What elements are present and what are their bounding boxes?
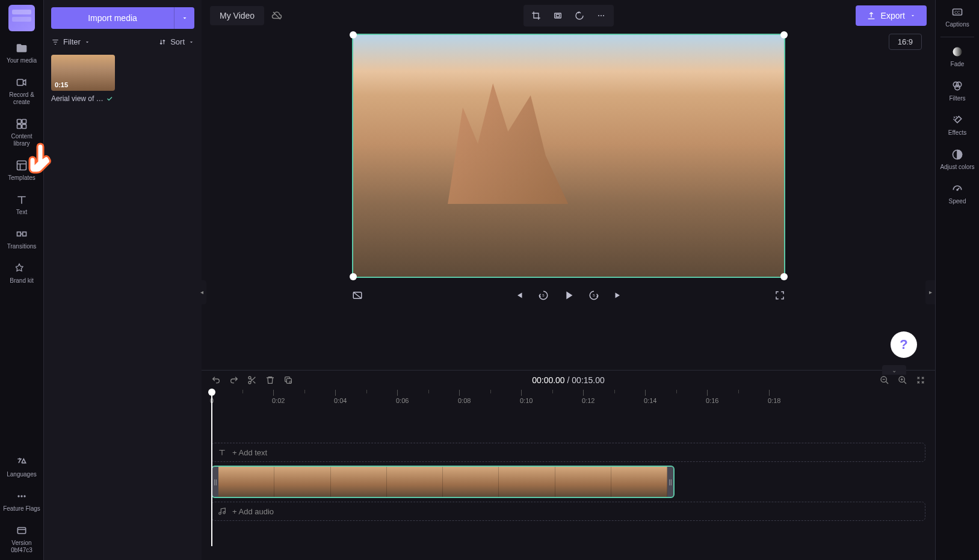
forward-5-button[interactable]: 5 <box>588 290 599 301</box>
sidebar-captions[interactable]: CC Captions <box>936 0 979 34</box>
sidebar-text[interactable]: Text <box>0 188 43 222</box>
svg-rect-4 <box>22 125 26 129</box>
timecode: 00:00.00 / 00:15.00 <box>532 375 605 385</box>
safezone-icon <box>352 290 363 301</box>
crop-button[interactable] <box>526 7 546 24</box>
svg-rect-11 <box>17 528 25 534</box>
resize-handle-tr[interactable] <box>780 31 788 38</box>
help-button[interactable]: ? <box>891 331 917 358</box>
resize-handle-tl[interactable] <box>350 31 357 38</box>
svg-rect-6 <box>17 232 21 236</box>
scissors-icon <box>247 375 257 385</box>
contrast-icon <box>951 149 963 161</box>
app-logo[interactable] <box>8 5 35 31</box>
video-clip[interactable]: || || <box>211 466 675 498</box>
timeline-ruler[interactable]: 00:020:040:060:080:100:120:140:160:18 <box>211 390 925 408</box>
total-time: 00:15.00 <box>572 375 605 385</box>
sidebar-content-library[interactable]: Content library <box>0 112 43 153</box>
timeline-area: 00:00.00 / 00:15.00 00:020:040:060:080:1… <box>202 370 935 560</box>
sidebar-label: Templates <box>8 174 36 182</box>
skip-back-button[interactable] <box>514 290 525 301</box>
safe-zones-toggle[interactable] <box>352 290 363 301</box>
filter-sort-bar: Filter Sort <box>51 37 194 46</box>
sidebar-feature-flags[interactable]: Feature Flags <box>0 484 43 518</box>
forward-icon: 5 <box>588 290 599 301</box>
aspect-ratio-button[interactable]: 16:9 <box>889 34 922 50</box>
track-spacer <box>211 408 925 439</box>
redo-button[interactable] <box>229 375 239 385</box>
ruler-label: 0:06 <box>396 397 409 404</box>
sidebar-fade[interactable]: Fade <box>936 40 979 74</box>
sidebar-brand-kit[interactable]: Brand kit <box>0 256 43 291</box>
svg-text:5: 5 <box>542 294 545 297</box>
svg-point-14 <box>598 15 599 16</box>
media-thumbnail: 0:15 <box>51 55 115 91</box>
sidebar-filters[interactable]: Filters <box>936 74 979 108</box>
sidebar-version[interactable]: Version 0bf47c3 <box>0 518 43 560</box>
sidebar-transitions[interactable]: Transitions <box>0 222 43 256</box>
timeline-toolbar: 00:00.00 / 00:15.00 <box>202 371 935 390</box>
export-button[interactable]: Export <box>856 5 927 26</box>
add-audio-track[interactable]: + Add audio <box>211 502 925 521</box>
sidebar-label: Transitions <box>7 243 37 250</box>
playhead[interactable] <box>211 390 212 546</box>
delete-button[interactable] <box>265 375 275 385</box>
sidebar-templates[interactable]: Templates <box>0 153 43 188</box>
collapse-right-panel[interactable]: ▸ <box>925 280 935 304</box>
media-clip-item[interactable]: 0:15 Aerial view of … <box>51 55 115 103</box>
brandkit-icon <box>16 262 28 274</box>
fullscreen-button[interactable] <box>774 290 785 301</box>
ruler-label: 0:18 <box>768 397 780 404</box>
sidebar-label: Speed <box>949 198 966 205</box>
sidebar-label: Languages <box>7 471 37 478</box>
undo-button[interactable] <box>211 375 221 385</box>
sidebar-adjust-colors[interactable]: Adjust colors <box>936 143 979 177</box>
library-icon <box>16 118 28 130</box>
zoom-fit-button[interactable] <box>916 375 925 385</box>
rewind-5-button[interactable]: 5 <box>538 290 549 301</box>
copy-icon <box>283 375 293 385</box>
import-media-button[interactable]: Import media <box>51 7 174 29</box>
play-button[interactable] <box>562 289 575 302</box>
more-icon <box>596 11 606 20</box>
split-button[interactable] <box>247 375 257 385</box>
sort-button[interactable]: Sort <box>158 37 194 46</box>
upload-icon <box>866 11 876 20</box>
svg-text:CC: CC <box>954 10 960 14</box>
import-media-dropdown[interactable] <box>174 7 194 29</box>
sidebar-label: Version 0bf47c3 <box>2 540 41 554</box>
sidebar-speed[interactable]: Speed <box>936 177 979 211</box>
trash-icon <box>265 375 275 385</box>
import-media-button-group: Import media <box>51 7 194 29</box>
add-text-track[interactable]: + Add text <box>211 443 925 462</box>
clip-handle-right[interactable]: || <box>667 467 673 497</box>
fullscreen-icon <box>774 290 785 301</box>
camera-icon <box>16 76 28 88</box>
filter-button[interactable]: Filter <box>51 37 90 46</box>
clip-handle-left[interactable]: || <box>212 467 218 497</box>
sidebar-effects[interactable]: Effects <box>936 108 979 143</box>
svg-point-31 <box>955 85 960 90</box>
duplicate-button[interactable] <box>283 375 293 385</box>
zoom-in-button[interactable] <box>898 375 907 385</box>
fit-button[interactable] <box>548 7 568 24</box>
svg-rect-12 <box>555 13 561 18</box>
sync-status-icon[interactable] <box>271 10 282 21</box>
more-tools-button[interactable] <box>591 7 611 24</box>
sidebar-record-create[interactable]: Record & create <box>0 70 43 112</box>
project-name[interactable]: My Video <box>210 6 264 25</box>
svg-rect-13 <box>557 14 560 17</box>
zoom-out-button[interactable] <box>880 375 889 385</box>
sidebar-your-media[interactable]: Your media <box>0 36 43 70</box>
resize-handle-br[interactable] <box>780 273 788 280</box>
zoom-fit-icon <box>916 375 925 385</box>
crop-icon <box>531 11 541 20</box>
rotate-button[interactable] <box>569 7 590 24</box>
add-text-label: + Add text <box>232 448 267 457</box>
preview-frame[interactable] <box>352 34 785 278</box>
sidebar-languages[interactable]: Languages <box>0 450 43 484</box>
resize-handle-bl[interactable] <box>350 273 357 280</box>
export-label: Export <box>881 11 905 20</box>
skip-forward-button[interactable] <box>613 290 623 301</box>
check-icon <box>106 95 113 102</box>
